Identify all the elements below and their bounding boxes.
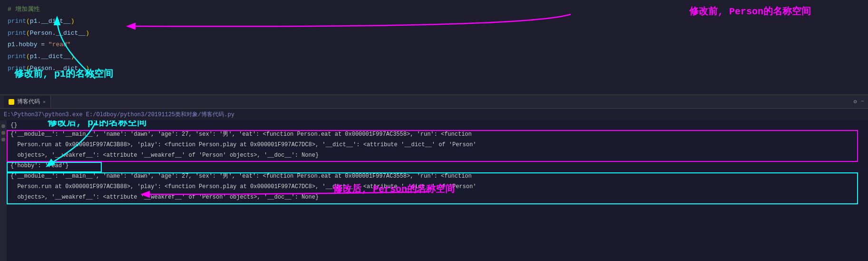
tab-file-icon <box>9 99 14 105</box>
output-person-before-line3: objects>, '__weakref__': <attribute '__w… <box>7 150 868 161</box>
sidebar-dot-2 <box>1 131 5 135</box>
output-person-after-line3: objects>, '__weakref__': <attribute '__w… <box>7 192 868 202</box>
output-person-after-line2: Person.run at 0x000001F997AC3B88>, 'play… <box>7 181 868 192</box>
code-line-1: # 增加属性 <box>0 4 868 16</box>
output-hobby-dict: {'hobby': 'read'} <box>7 161 868 171</box>
output-area: {} {'__module__': '__main__', 'name': 'd… <box>0 120 868 261</box>
tab-close-button[interactable]: ✕ <box>43 99 46 105</box>
run-command: E:\Python37\python3.exe E:/Oldboy/python… <box>0 109 868 120</box>
tab-blog-code[interactable]: 博客代码 ✕ <box>4 96 51 108</box>
code-line-2: print(p1.__dict__) <box>0 16 868 28</box>
bottom-panel: 博客代码 ✕ ⚙ − E:\Python37\python3.exe E:/Ol… <box>0 95 868 261</box>
panel-tabs: 博客代码 ✕ ⚙ − <box>0 95 868 109</box>
output-person-before-line2: Person.run at 0x000001F997AC3B88>, 'play… <box>7 140 868 150</box>
panel-controls: ⚙ − <box>854 98 864 105</box>
minus-icon[interactable]: − <box>861 98 864 105</box>
output-person-after-line1: {'__module__': '__main__', 'name': 'dawn… <box>7 171 868 181</box>
code-line-4: p1.hobby = "read" <box>0 39 868 51</box>
output-person-before-line1: {'__module__': '__main__', 'name': 'dawn… <box>7 129 868 140</box>
sidebar-dot-1 <box>1 124 5 128</box>
output-empty-dict: {} <box>7 121 868 129</box>
comment-text: # 增加属性 <box>8 5 40 15</box>
code-line-6: print(Person.__dict__) <box>0 63 868 75</box>
code-line-3: print(Person.__dict__) <box>0 28 868 40</box>
editor-panel: # 增加属性 print(p1.__dict__) print(Person._… <box>0 0 868 95</box>
tab-label: 博客代码 <box>17 98 40 106</box>
left-sidebar <box>0 120 7 261</box>
output-content: {} {'__module__': '__main__', 'name': 'd… <box>7 120 868 203</box>
sidebar-dot-3 <box>1 138 5 141</box>
gear-icon[interactable]: ⚙ <box>854 98 857 105</box>
code-line-5: print(p1.__dict__) <box>0 51 868 63</box>
